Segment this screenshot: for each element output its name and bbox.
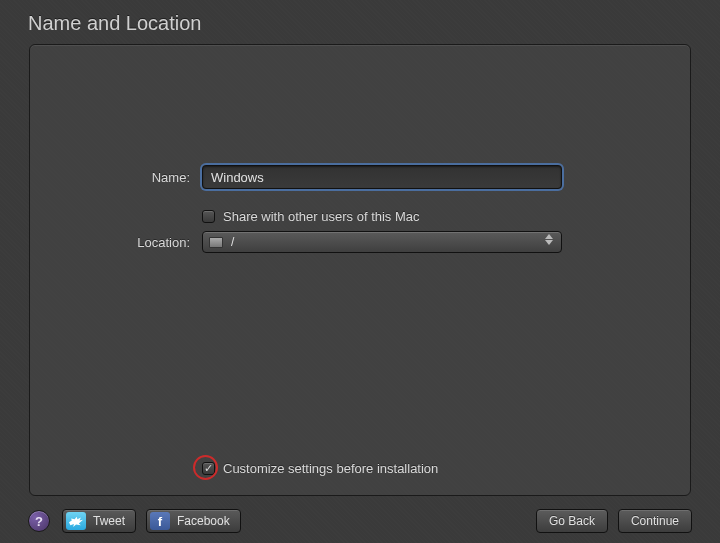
- location-row: Location: /: [30, 231, 562, 253]
- location-value: /: [231, 235, 234, 249]
- name-input[interactable]: [202, 165, 562, 189]
- customize-row: Customize settings before installation: [202, 461, 438, 476]
- name-row: Name:: [30, 165, 562, 189]
- location-dropdown[interactable]: /: [202, 231, 562, 253]
- location-label: Location:: [30, 235, 190, 250]
- tweet-button[interactable]: Tweet: [62, 509, 136, 533]
- main-panel: Name: Share with other users of this Mac…: [29, 44, 691, 496]
- page-title: Name and Location: [0, 0, 720, 45]
- bottom-bar: ? Tweet f Facebook Go Back Continue: [0, 503, 720, 543]
- customize-label: Customize settings before installation: [223, 461, 438, 476]
- facebook-button[interactable]: f Facebook: [146, 509, 241, 533]
- drive-icon: [209, 237, 223, 248]
- share-row: Share with other users of this Mac: [202, 209, 420, 224]
- facebook-label: Facebook: [177, 514, 230, 528]
- name-label: Name:: [30, 170, 190, 185]
- share-label: Share with other users of this Mac: [223, 209, 420, 224]
- dropdown-stepper-icon: [545, 234, 557, 245]
- customize-checkbox[interactable]: [202, 462, 215, 475]
- facebook-icon: f: [150, 512, 170, 530]
- go-back-button[interactable]: Go Back: [536, 509, 608, 533]
- tweet-label: Tweet: [93, 514, 125, 528]
- continue-button[interactable]: Continue: [618, 509, 692, 533]
- help-button[interactable]: ?: [28, 510, 50, 532]
- share-checkbox[interactable]: [202, 210, 215, 223]
- twitter-icon: [66, 512, 86, 530]
